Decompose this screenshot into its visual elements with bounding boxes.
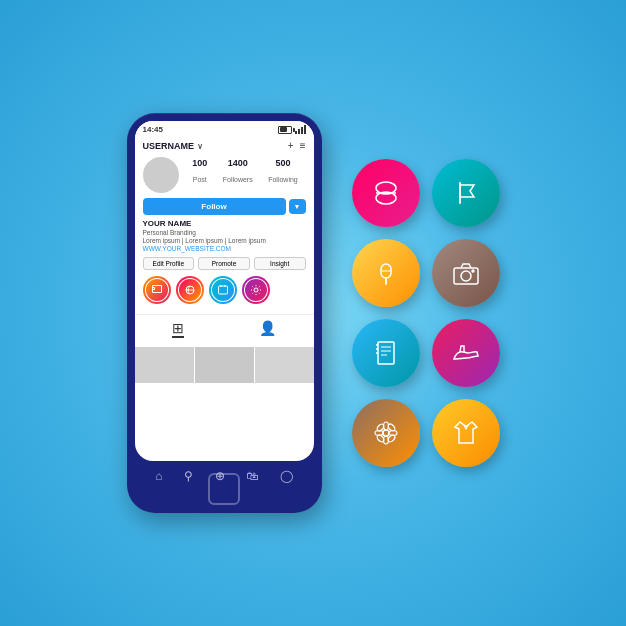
flag-icon bbox=[450, 177, 482, 209]
photo-cell-3 bbox=[255, 347, 314, 383]
bar1 bbox=[295, 131, 297, 134]
grid-view-icon[interactable]: ⊞ bbox=[172, 320, 184, 338]
svg-point-4 bbox=[254, 288, 258, 292]
avatar bbox=[143, 157, 179, 193]
phone-screen: 14:45 USERNAME bbox=[135, 121, 314, 461]
camera-icon-circle[interactable] bbox=[432, 239, 500, 307]
profile-url[interactable]: WWW.YOUR_WEBSITE.COM bbox=[143, 245, 306, 252]
shirt-icon bbox=[450, 417, 482, 449]
time: 14:45 bbox=[143, 125, 163, 134]
edit-profile-button[interactable]: Edit Profile bbox=[143, 257, 195, 270]
follow-dropdown-button[interactable]: ▼ bbox=[289, 199, 306, 214]
stat-following: 500 Following bbox=[268, 158, 298, 186]
follow-section: Follow ▼ bbox=[143, 198, 306, 215]
stats-row: 100 Post 1400 Followers 500 Following bbox=[185, 158, 306, 186]
svg-point-14 bbox=[472, 270, 474, 272]
shoe-icon bbox=[450, 337, 482, 369]
popsicle-icon bbox=[370, 257, 402, 289]
story-item-3[interactable] bbox=[209, 276, 237, 304]
flower-icon bbox=[370, 417, 402, 449]
camera-icon bbox=[450, 257, 482, 289]
menu-icon[interactable]: ≡ bbox=[300, 140, 306, 151]
bar3 bbox=[301, 127, 303, 134]
stat-posts: 100 Post bbox=[192, 158, 207, 186]
promote-button[interactable]: Promote bbox=[198, 257, 250, 270]
svg-point-13 bbox=[461, 271, 471, 281]
notebook-icon bbox=[370, 337, 402, 369]
flower-icon-circle[interactable] bbox=[352, 399, 420, 467]
add-post-icon[interactable]: ⊕ bbox=[215, 469, 225, 483]
battery-icon bbox=[278, 126, 292, 134]
nav-bar: ⌂ ⚲ ⊕ 🛍 ◯ bbox=[135, 463, 314, 485]
follow-button[interactable]: Follow bbox=[143, 198, 286, 215]
flag-icon-circle[interactable] bbox=[432, 159, 500, 227]
macaron-icon bbox=[370, 177, 402, 209]
icons-grid bbox=[352, 159, 500, 467]
main-container: 14:45 USERNAME bbox=[23, 113, 603, 513]
add-icon[interactable]: + bbox=[288, 140, 294, 151]
popsicle-icon-circle[interactable] bbox=[352, 239, 420, 307]
home-icon[interactable]: ⌂ bbox=[155, 469, 162, 483]
chevron-down-icon: ∨ bbox=[197, 142, 203, 151]
stat-followers: 1400 Followers bbox=[223, 158, 253, 186]
header-icons: + ≡ bbox=[288, 140, 306, 151]
story-item-4[interactable] bbox=[242, 276, 270, 304]
shoe-icon-circle[interactable] bbox=[432, 319, 500, 387]
username-label: USERNAME ∨ bbox=[143, 141, 203, 151]
search-icon[interactable]: ⚲ bbox=[184, 469, 193, 483]
bar4 bbox=[304, 125, 306, 134]
profile-bio: Lorem ipsum | Lorem ipsum | Lorem ipsum bbox=[143, 237, 306, 244]
profile-icon[interactable]: ◯ bbox=[280, 469, 293, 483]
photo-cell-1 bbox=[135, 347, 194, 383]
profile-name: YOUR NAME bbox=[143, 219, 306, 228]
story-highlights bbox=[143, 276, 306, 304]
profile-header: USERNAME ∨ + ≡ 100 Post bbox=[135, 136, 314, 314]
content-tabs: ⊞ 👤 bbox=[135, 314, 314, 343]
svg-rect-15 bbox=[378, 342, 394, 364]
photo-grid bbox=[135, 347, 314, 383]
svg-rect-1 bbox=[218, 286, 227, 294]
notebook-icon-circle[interactable] bbox=[352, 319, 420, 387]
bar2 bbox=[298, 129, 300, 134]
photo-cell-2 bbox=[195, 347, 254, 383]
svg-point-22 bbox=[383, 430, 389, 436]
macaron-icon-circle[interactable] bbox=[352, 159, 420, 227]
signal-bars bbox=[295, 125, 306, 134]
status-bar: 14:45 bbox=[135, 121, 314, 136]
action-buttons: Edit Profile Promote Insight bbox=[143, 257, 306, 270]
story-item-1[interactable] bbox=[143, 276, 171, 304]
tag-view-icon[interactable]: 👤 bbox=[259, 320, 276, 338]
insight-button[interactable]: Insight bbox=[254, 257, 306, 270]
username-row: USERNAME ∨ + ≡ bbox=[143, 140, 306, 151]
phone: 14:45 USERNAME bbox=[127, 113, 322, 513]
shirt-icon-circle[interactable] bbox=[432, 399, 500, 467]
status-icons bbox=[278, 125, 306, 134]
shop-icon[interactable]: 🛍 bbox=[246, 469, 258, 483]
story-item-2[interactable] bbox=[176, 276, 204, 304]
profile-tagline: Personal Branding bbox=[143, 229, 306, 236]
